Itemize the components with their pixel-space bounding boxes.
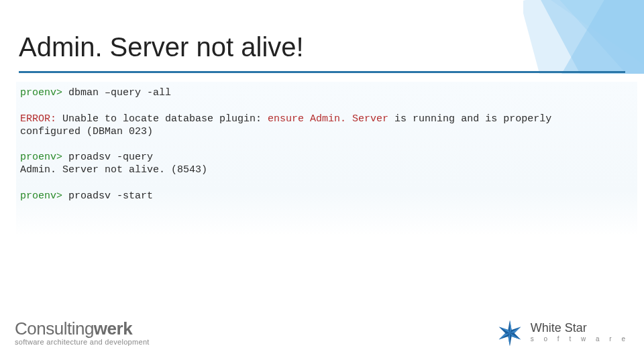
logo-text-part2: werk <box>94 318 132 339</box>
corner-graphic <box>523 0 644 74</box>
prompt: proenv> <box>20 87 62 99</box>
command-text: dbman –query -all <box>62 87 171 99</box>
star-icon <box>494 318 525 349</box>
logo-subtitle: software architecture and development <box>15 338 150 346</box>
error-block: ERROR: Unable to locate database plugin:… <box>20 113 633 139</box>
command-block-1: proenv> dbman –query -all <box>20 87 633 100</box>
title-underline <box>19 71 625 73</box>
error-highlight: ensure Admin. Server <box>268 113 388 125</box>
logo-white-star: White Star s o f t w a r e <box>494 318 629 349</box>
prompt: proenv> <box>20 190 62 202</box>
command-text: proadsv -query <box>62 152 153 163</box>
error-text: Unable to locate database plugin: <box>56 113 268 125</box>
error-label: ERROR: <box>20 113 56 125</box>
logo-right-line1: White Star <box>531 322 629 334</box>
error-text-2: is running and is properly <box>388 113 551 125</box>
terminal-block: proenv> dbman –query -all ERROR: Unable … <box>16 82 637 237</box>
error-text-3: configured (DBMan 023) <box>20 126 633 139</box>
logo-text-part1: Consulting <box>15 318 94 339</box>
logo-consultingwerk: Consultingwerk software architecture and… <box>15 318 150 346</box>
command-block-2: proenv> proadsv -query Admin. Server not… <box>20 152 633 177</box>
command-block-3: proenv> proadsv -start <box>20 190 633 203</box>
slide: Admin. Server not alive! proenv> dbman –… <box>0 0 644 362</box>
page-title: Admin. Server not alive! <box>19 32 304 62</box>
logo-right-line2: s o f t w a r e <box>531 334 629 345</box>
prompt: proenv> <box>20 152 62 163</box>
output-text: Admin. Server not alive. (8543) <box>20 164 633 177</box>
command-text: proadsv -start <box>62 190 153 202</box>
